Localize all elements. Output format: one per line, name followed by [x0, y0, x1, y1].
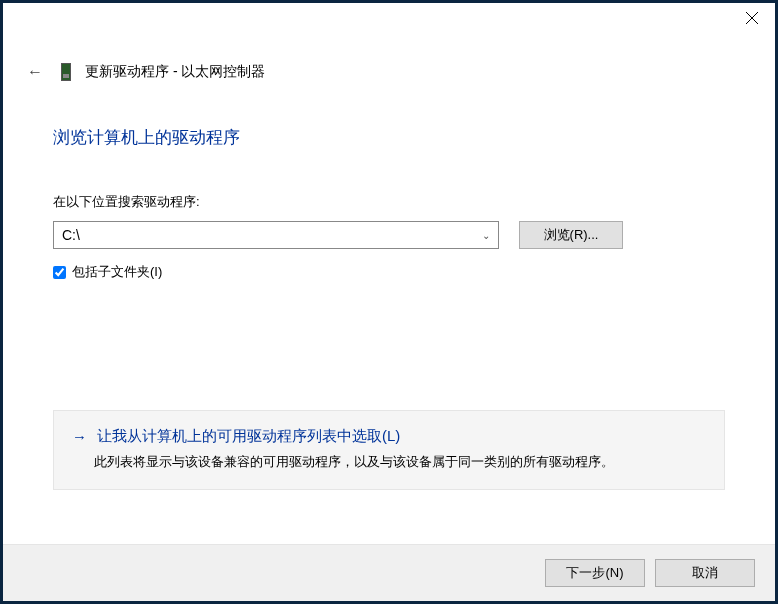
pick-from-list-option[interactable]: → 让我从计算机上的可用驱动程序列表中选取(L) 此列表将显示与该设备兼容的可用… — [53, 410, 725, 491]
option-description: 此列表将显示与该设备兼容的可用驱动程序，以及与该设备属于同一类别的所有驱动程序。 — [94, 452, 706, 472]
next-button[interactable]: 下一步(N) — [545, 559, 645, 587]
path-value: C:\ — [62, 227, 80, 243]
option-title-row: → 让我从计算机上的可用驱动程序列表中选取(L) — [72, 427, 706, 446]
close-icon — [746, 12, 758, 24]
path-combobox[interactable]: C:\ ⌄ — [53, 221, 499, 249]
include-subfolders-label: 包括子文件夹(I) — [72, 263, 162, 281]
path-row: C:\ ⌄ 浏览(R)... — [53, 221, 725, 249]
back-arrow-icon[interactable]: ← — [27, 64, 43, 80]
header-title: 更新驱动程序 - 以太网控制器 — [85, 63, 265, 81]
cancel-button[interactable]: 取消 — [655, 559, 755, 587]
option-title: 让我从计算机上的可用驱动程序列表中选取(L) — [97, 427, 400, 446]
driver-update-wizard-window: ← 更新驱动程序 - 以太网控制器 浏览计算机上的驱动程序 在以下位置搜索驱动程… — [3, 3, 775, 601]
close-button[interactable] — [729, 3, 775, 33]
content-area: 浏览计算机上的驱动程序 在以下位置搜索驱动程序: C:\ ⌄ 浏览(R)... … — [3, 86, 775, 544]
include-subfolders-row[interactable]: 包括子文件夹(I) — [53, 263, 725, 281]
page-heading: 浏览计算机上的驱动程序 — [53, 126, 725, 149]
wizard-header: ← 更新驱动程序 - 以太网控制器 — [3, 58, 775, 86]
include-subfolders-checkbox[interactable] — [53, 266, 66, 279]
chevron-down-icon: ⌄ — [482, 230, 490, 241]
titlebar — [3, 3, 775, 43]
search-location-label: 在以下位置搜索驱动程序: — [53, 193, 725, 211]
browse-button[interactable]: 浏览(R)... — [519, 221, 623, 249]
wizard-footer: 下一步(N) 取消 — [3, 544, 775, 601]
device-icon — [61, 63, 71, 81]
arrow-right-icon: → — [72, 428, 87, 445]
